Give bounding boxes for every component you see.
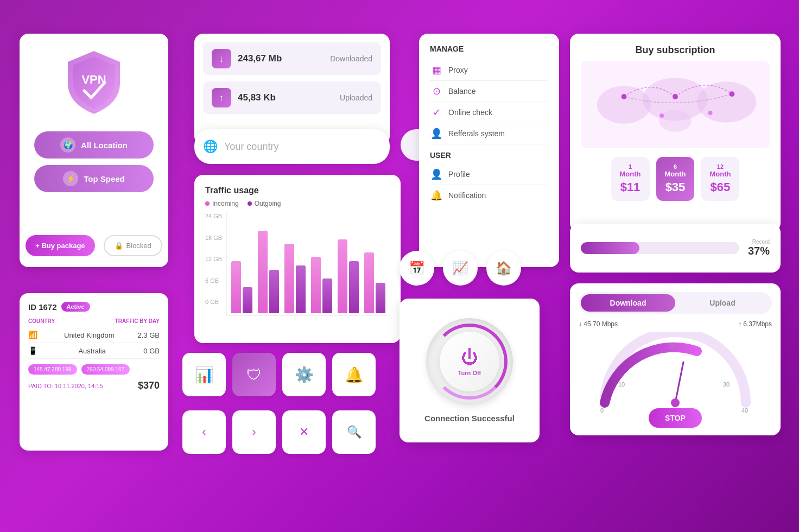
stats-button[interactable]: 📊 [182,353,226,396]
search-icon: 🔍 [347,425,362,439]
chart-nav-button[interactable]: 📈 [443,251,478,286]
plan2-unit: Month [665,170,686,178]
svg-point-6 [673,94,678,99]
progress-info: Record 37% [748,239,770,257]
svg-text:0: 0 [600,407,604,414]
record-label: Record [748,239,770,245]
plan1-unit: Month [620,170,641,178]
back-button[interactable]: ‹ [182,410,226,454]
plan-1month[interactable]: 1 Month $11 [611,157,650,201]
speed-tabs: Download Upload [579,292,772,314]
upload-icon-box: ↑ [212,88,231,107]
ip1-badge: 145.47.280.199 [28,364,77,375]
plan2-period: 6 [665,163,686,170]
amount-label: $370 [138,380,160,391]
download-row: ↓ 243,67 Mb Downloaded [203,42,381,75]
id-header: ID 1672 Active [28,302,160,312]
globe-icon: 🌐 [203,140,218,154]
action-grid-row2: ‹ › ✕ 🔍 [182,410,376,454]
country-col: COUNTRY [28,318,55,324]
au-row: 📱 Australia 0 GB [28,343,160,359]
proxy-item[interactable]: ▦ Proxy [430,60,548,81]
plan-12month[interactable]: 12 Month $65 [701,157,739,201]
chart-nav-icon: 📈 [452,261,468,276]
referrals-item[interactable]: 👤 Refferals system [430,123,548,144]
traffic-chart-card: Traffic usage Incoming Outgoing 0 GB 6 G… [194,175,401,343]
close-icon: ✕ [299,425,309,439]
speed-card: Download Upload ↓ 45.70 Mbps ↑ 6.37Mbps … [570,283,781,435]
download-tab[interactable]: Download [581,294,675,312]
upload-size: 45,83 Kb [238,92,276,103]
gauge-area: 0 10 20 30 40 [579,332,772,414]
traffic-col: TRAFFIC BY DAY [115,318,160,324]
paid-label: PAID TO: 10.11.2020, 14:15 [28,383,103,389]
close-button[interactable]: ✕ [282,410,326,454]
manage-card: MANAGE ▦ Proxy ⊙ Balance ✓ Online check … [419,34,559,267]
online-check-item[interactable]: ✓ Online check [430,102,548,123]
speed-values: ↓ 45.70 Mbps ↑ 6.37Mbps [579,320,772,328]
search-button[interactable]: 🔍 [332,410,376,454]
settings-button[interactable]: ⚙️ [282,353,326,396]
country-input-card[interactable]: 🌐 Your country [194,129,390,164]
svg-point-9 [708,111,713,115]
speed-icon: ⚡ [63,171,78,186]
buy-package-button[interactable]: + Buy package [26,235,94,256]
location-icon: 🌍 [60,137,75,153]
blocked-button[interactable]: 🔒 Blocked [104,235,162,256]
world-map [581,61,770,148]
notification-item[interactable]: 🔔 Notification [430,185,548,206]
outgoing-dot [248,201,252,206]
plan1-price: $11 [620,180,641,194]
uploaded-label: Uploaded [340,93,372,102]
shield-button[interactable]: 🛡 [232,353,276,396]
forward-button[interactable]: › [232,410,276,454]
calendar-icon: 📅 [409,261,425,276]
calendar-nav-button[interactable]: 📅 [400,251,434,286]
gear-icon: ⚙️ [295,366,314,384]
id-footer: PAID TO: 10.11.2020, 14:15 $370 [28,380,160,391]
power-ring [432,324,508,400]
phone-icon: 📱 [28,346,37,355]
all-location-button[interactable]: 🌍 All Location [34,131,154,159]
download-upload-card: ↓ 243,67 Mb Downloaded ↑ 45,83 Kb Upload… [194,34,390,145]
progress-bar [581,242,739,254]
vpn-shield: VPN [56,45,132,121]
balance-item[interactable]: ⊙ Balance [430,81,548,102]
outgoing-legend: Outgoing [248,200,281,207]
user-title: USER [430,151,548,160]
power-circle: ⏻ Turn Off [426,318,513,405]
referrals-icon: 👤 [430,128,443,140]
chart-title: Traffic usage [205,186,390,195]
plan3-period: 12 [709,163,731,170]
svg-point-1 [597,86,651,124]
home-icon: 🏠 [496,261,512,276]
plan-6month[interactable]: 6 Month $35 [656,157,695,201]
notification-icon: 🔔 [430,189,443,201]
progress-fill [581,242,639,254]
progress-percent: 37% [748,245,770,257]
svg-text:30: 30 [723,381,730,388]
profile-item[interactable]: 👤 Profile [430,164,548,185]
action-grid-row1: 📊 🛡 ⚙️ 🔔 [182,353,376,396]
plan2-price: $35 [665,180,686,194]
upload-row: ↑ 45,83 Kb Uploaded [203,81,381,114]
svg-point-3 [697,81,756,123]
profile-icon: 👤 [430,168,443,180]
svg-text:20: 20 [669,343,675,350]
plan3-unit: Month [709,170,731,178]
top-speed-button[interactable]: ⚡ Top Speed [34,165,154,192]
plan1-period: 1 [620,163,641,170]
plan3-price: $65 [709,180,731,194]
svg-text:40: 40 [741,407,748,414]
vpn-card: VPN 🌍 All Location ⚡ Top Speed + Buy pac… [20,34,168,267]
upload-tab[interactable]: Upload [675,294,770,312]
au-country: Australia [78,347,106,355]
plan-options: 1 Month $11 6 Month $35 12 Month $65 [581,157,770,201]
home-nav-button[interactable]: 🏠 [486,251,521,286]
connection-card: ⏻ Turn Off Connection Successful [400,299,540,442]
svg-text:10: 10 [618,381,625,388]
svg-point-7 [729,91,734,97]
bell-button[interactable]: 🔔 [332,353,376,396]
upload-speed: ↑ 6.37Mbps [738,320,772,328]
id-table-header: COUNTRY TRAFFIC BY DAY [28,318,160,324]
